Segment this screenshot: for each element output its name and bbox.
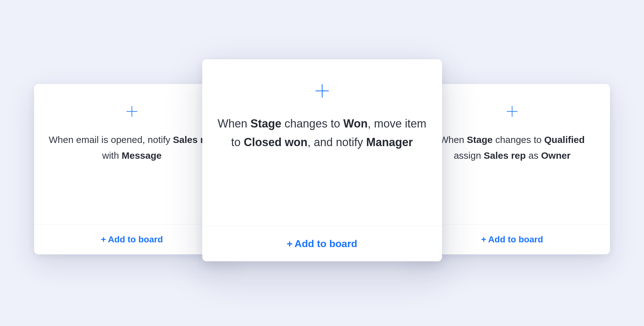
automation-card-center: When Stage changes to Won, move item to … <box>202 59 442 261</box>
plus-icon: + <box>287 238 293 250</box>
automation-description: When email is opened, notify Sales rep w… <box>34 132 230 224</box>
automation-card-right: When Stage changes to Qualified assign S… <box>414 84 610 254</box>
automation-description: When Stage changes to Qualified assign S… <box>414 132 610 224</box>
automation-description: When Stage changes to Won, move item to … <box>202 114 442 226</box>
automation-cards-canvas: When email is opened, notify Sales rep w… <box>0 0 644 326</box>
plus-icon: + <box>101 234 106 245</box>
add-to-board-label: Add to board <box>488 234 543 245</box>
plus-icon <box>125 84 139 132</box>
add-to-board-label: Add to board <box>294 238 357 250</box>
add-to-board-button[interactable]: + Add to board <box>414 224 610 254</box>
add-to-board-label: Add to board <box>108 234 163 245</box>
add-to-board-button[interactable]: + Add to board <box>34 224 230 254</box>
plus-icon: + <box>481 234 486 245</box>
automation-card-left: When email is opened, notify Sales rep w… <box>34 84 230 254</box>
plus-icon <box>314 59 330 114</box>
add-to-board-button[interactable]: + Add to board <box>202 226 442 261</box>
plus-icon <box>505 84 519 132</box>
